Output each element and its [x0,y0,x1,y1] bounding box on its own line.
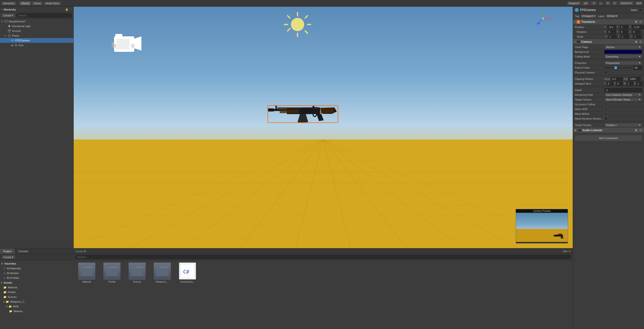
tab-hierarchy[interactable]: Hierarchy [1,1,16,6]
project-back-icon[interactable]: ◀ [563,250,565,253]
breadcrumb-assets[interactable]: Assets [76,250,84,253]
project-assets-grid: Material Prefab [74,260,573,329]
camera-enabled-checkbox[interactable] [577,40,580,44]
tree-all-prefabs[interactable]: ⊙ All Prefabs [0,276,74,280]
tree-material-sub-folder[interactable]: 📁 Materia... [0,309,74,314]
asset-material[interactable]: Material [76,262,98,283]
hierarchy-item-fpscamera[interactable]: FPSCamera [0,38,74,43]
hierarchy-menu-icon[interactable]: ⋮ [70,8,72,11]
tab-game[interactable]: Game [32,1,43,6]
asset-prefab[interactable]: Prefab [101,262,122,283]
tag-dropdown[interactable]: Untagged ▾ [580,14,596,18]
audio-overflow-icon[interactable]: ⋮ [639,128,642,132]
tree-akm-folder[interactable]: ▾ 📁 AKM [0,304,74,309]
favorites-header[interactable]: ★ Favorites [0,261,74,266]
tree-all-models[interactable]: ⊙ All Models [0,271,74,276]
hierarchy-item-directional-light[interactable]: Directional Light [0,24,74,28]
camera-component-header[interactable]: ▾ Camera ⚙ ⋮ [573,39,644,45]
hierarchy-scene-root[interactable]: ▾ SampleScene* [0,19,74,24]
occlusion-culling-checkbox[interactable] [604,103,608,106]
depth-field[interactable] [604,88,642,92]
scale-z-field[interactable] [633,35,642,38]
rendering-path-dropdown[interactable]: Use Graphics Settings ▾ [604,93,642,97]
clip-far-field[interactable] [628,77,640,81]
projection-dropdown[interactable]: Perspective ▾ [604,61,642,65]
tree-material-folder[interactable]: 📁 Material [0,285,74,290]
project-star-icon[interactable]: ★ [568,250,571,253]
2d-btn[interactable]: 2D [582,1,590,6]
project-fwd-icon[interactable]: ▶ [566,250,568,253]
camera-preview-content [516,213,568,242]
transform-overflow-icon[interactable]: ⋮ [639,20,642,24]
pos-y-field[interactable] [620,25,628,29]
transform-component-header[interactable]: ▾ ⊕ Transform ⚙ ⋮ [573,19,644,25]
tree-all-materials[interactable]: ⊙ All Materials [0,266,74,271]
tab-separator [18,1,18,6]
light-btn[interactable]: ☀ [590,1,597,6]
scale-y-field[interactable] [621,35,629,38]
asset-weapons[interactable]: Weapons_... [152,262,173,283]
gizmos-dropdown[interactable]: Gizmos ▾ [618,1,634,6]
audio-settings-icon[interactable]: ⚙ [634,128,638,132]
physical-camera-checkbox[interactable] [604,71,608,74]
allow-hdr-checkbox[interactable] [604,108,608,111]
hierarchy-lock-icon[interactable]: 🔒 [65,8,68,11]
background-row: Background [573,50,644,54]
audio-btn[interactable]: ♪ [598,1,604,6]
vp-w-field[interactable] [627,82,633,86]
clear-flags-dropdown[interactable]: Skybox ▾ [604,45,642,49]
camera-settings-icon[interactable]: ⚙ [634,40,638,44]
add-component-btn[interactable]: Add Component [575,135,642,141]
scale-x-field[interactable] [608,35,617,38]
tree-weapons-folder[interactable]: ▾ 📁 Weapons_C... [0,299,74,304]
project-search-input[interactable] [75,255,571,259]
transform-settings-icon[interactable]: ⚙ [634,20,638,24]
fov-slider-thumb[interactable] [614,66,617,69]
project-create-btn[interactable]: Create ▾ [2,255,16,259]
folder-icon-scenes: 📁 [3,296,7,298]
vp-x-field[interactable] [607,82,613,86]
target-texture-dropdown[interactable]: None (Render Textur... ▾ [604,98,642,102]
layer-dropdown[interactable]: Default ▾ [606,14,618,18]
tree-scenes-folder[interactable]: 📁 Scenes [0,294,74,299]
tab-scene[interactable]: Scene [20,1,31,6]
allow-msaa-checkbox[interactable] [604,112,608,116]
rot-x-field[interactable] [608,30,616,34]
asset-scenes[interactable]: Scenes [126,262,148,283]
pos-x-field[interactable] [608,25,616,29]
audio-enabled-checkbox[interactable] [578,128,581,132]
all-dropdown[interactable]: All ▾ [635,1,643,6]
tree-prefab-folder[interactable]: 📁 Prefab [0,290,74,294]
tab-console[interactable]: Console [15,248,31,254]
asset-camera-script[interactable]: C# CameraCon... [177,262,198,283]
fov-value-field[interactable] [634,66,642,70]
target-display-dropdown[interactable]: Display 1 ▾ [604,123,642,127]
hierarchy-create-btn[interactable]: Create ▾ [1,13,15,18]
allow-dynres-checkbox[interactable] [604,117,608,120]
scene-viewport-wrapper[interactable]: Y X Z ◄ Right [74,7,573,248]
audio-listener-header[interactable]: ● Audio Listener ⚙ ⋮ [573,128,644,133]
assets-header[interactable]: ▾ Assets [0,280,74,285]
fx-btn[interactable]: ✦ [604,1,611,6]
scene-options-btn[interactable]: ▾ [612,1,618,6]
hierarchy-search-input[interactable] [16,13,72,18]
fov-slider-track[interactable] [604,67,632,68]
camera-overflow-icon[interactable]: ⋮ [639,40,642,44]
pos-z-field[interactable] [632,25,644,29]
hierarchy-item-gun[interactable]: ▶ Gun [0,43,74,48]
folder-svg2 [106,266,118,276]
hierarchy-item-player[interactable]: ▾ Player [0,33,74,38]
tab-project[interactable]: Project [0,248,15,254]
hierarchy-item-ground[interactable]: Ground [0,28,74,33]
clip-near-field[interactable] [611,77,623,81]
background-color-swatch[interactable] [604,50,642,54]
tab-asset-store[interactable]: Asset Store [44,1,61,6]
culling-mask-dropdown[interactable]: Everything ▾ [604,54,642,59]
vp-h-field[interactable] [636,82,643,86]
shaded-dropdown[interactable]: Shaded ▾ [567,1,581,6]
scene-axis-gizmo: Y X Z [535,10,551,27]
vp-y-field[interactable] [616,82,623,86]
rot-y-field[interactable] [620,30,628,34]
static-checkbox[interactable] [639,8,642,12]
rot-z-field[interactable] [632,30,641,34]
